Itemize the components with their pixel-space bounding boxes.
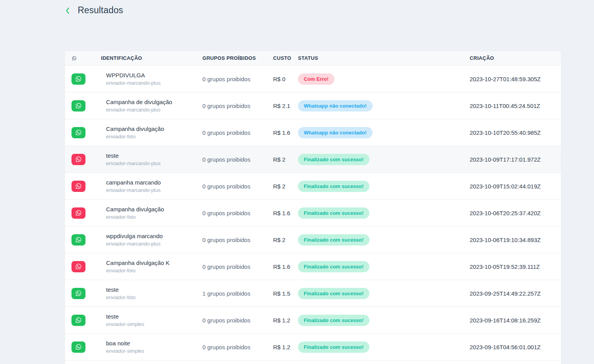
created-at-cell: 2023-09-16T04:56:01.001Z: [470, 344, 560, 350]
cost-cell: R$ 1.6: [273, 210, 298, 216]
whatsapp-cell: [65, 127, 101, 138]
forbidden-groups-cell: 0 grupos proibidos: [202, 156, 273, 163]
status-cell: Finalizado com sucesso!: [298, 315, 470, 326]
table-body: WPPDIVULGA enviador-marcando-plus 0 grup…: [65, 65, 561, 360]
whatsapp-cell: [65, 234, 101, 246]
forbidden-groups-cell: 0 grupos proibidos: [202, 103, 273, 109]
results-table: IDENTIFICAÇÃO GRUPOS PROÍBIDOS CUSTO STA…: [64, 51, 561, 364]
whatsapp-button[interactable]: [71, 181, 85, 192]
created-at-cell: 2023-10-09T17:17:01.972Z: [470, 156, 560, 163]
column-header-whatsapp: [65, 56, 101, 61]
campaign-name: teste: [106, 286, 202, 293]
whatsapp-button[interactable]: [71, 127, 85, 138]
whatsapp-button[interactable]: [71, 315, 85, 326]
status-badge: Whatsapp não conectado!: [298, 127, 373, 138]
whatsapp-icon: [72, 56, 77, 61]
column-header-grupos: GRUPOS PROÍBIDOS: [202, 55, 273, 61]
table-row[interactable]: campanha marcando enviador-marcando-plus…: [65, 172, 561, 199]
forbidden-groups-cell: 0 grupos proibidos: [202, 317, 273, 324]
table-header-row: IDENTIFICAÇÃO GRUPOS PROÍBIDOS CUSTO STA…: [65, 51, 561, 65]
identification-cell: wppdivulga marcando enviador-marcando-pl…: [101, 233, 202, 247]
table-row[interactable]: Campanha divulgação enviador-foto 0 grup…: [65, 119, 561, 146]
status-cell: Finalizado com sucesso!: [298, 154, 470, 165]
table-row[interactable]: WPPDIVULGA enviador-marcando-plus 0 grup…: [65, 65, 561, 92]
table-row[interactable]: Campanha divulgação K enviador-foto 0 gr…: [65, 253, 561, 280]
whatsapp-cell: [65, 207, 101, 219]
cost-cell: R$ 2: [273, 156, 298, 163]
whatsapp-cell: [65, 341, 101, 353]
identification-cell: teste enviador-marcando-plus: [101, 152, 202, 166]
cost-cell: R$ 1.5: [273, 290, 298, 297]
forbidden-groups-cell: 0 grupos proibidos: [202, 129, 273, 136]
campaign-name: teste: [106, 313, 202, 320]
sender-name: enviador-marcando-plus: [106, 80, 202, 86]
column-header-identificacao: IDENTIFICAÇÃO: [101, 55, 202, 61]
table-row[interactable]: teste enviador-simples 0 grupos proibido…: [65, 307, 561, 333]
campaign-name: Campanha de divulgação: [106, 99, 202, 105]
cost-cell: R$ 1.2: [273, 344, 298, 350]
created-at-cell: 2023-09-16T14:08:16.259Z: [470, 317, 560, 324]
created-at-cell: 2023-10-06T20:25:37.420Z: [470, 210, 560, 216]
whatsapp-button[interactable]: [71, 154, 85, 165]
status-cell: Whatsapp não conectado!: [298, 100, 470, 111]
cost-cell: R$ 1.2: [273, 317, 298, 324]
campaign-name: teste: [106, 152, 202, 159]
whatsapp-button[interactable]: [71, 100, 85, 111]
cost-cell: R$ 2: [273, 183, 298, 190]
back-button[interactable]: [63, 5, 72, 16]
forbidden-groups-cell: 1 grupos proibidos: [202, 290, 273, 297]
created-at-cell: 2023-10-06T19:10:34.893Z: [470, 237, 560, 243]
whatsapp-button[interactable]: [71, 261, 85, 272]
whatsapp-cell: [65, 181, 101, 192]
whatsapp-button[interactable]: [71, 234, 85, 246]
cost-cell: R$ 1.6: [273, 263, 298, 270]
whatsapp-button[interactable]: [71, 207, 85, 219]
column-header-criacao: CRIAÇÃO: [470, 55, 560, 61]
whatsapp-cell: [65, 100, 101, 111]
whatsapp-icon: [75, 156, 82, 162]
created-at-cell: 2023-10-27T01:48:59.305Z: [470, 76, 560, 82]
table-row-partial: [65, 360, 561, 364]
whatsapp-icon: [75, 344, 82, 350]
status-badge: Finalizado com sucesso!: [298, 261, 369, 272]
whatsapp-cell: [65, 73, 101, 85]
campaign-name: WPPDIVULGA: [106, 72, 202, 78]
cost-cell: R$ 1.6: [273, 129, 298, 136]
whatsapp-icon: [75, 129, 82, 136]
sender-name: enviador-foto: [106, 294, 202, 300]
campaign-name: campanha marcando: [106, 179, 202, 186]
whatsapp-button[interactable]: [71, 341, 85, 353]
campaign-name: wppdivulga marcando: [106, 233, 202, 239]
whatsapp-icon: [75, 237, 82, 243]
whatsapp-button[interactable]: [71, 73, 85, 85]
status-cell: Finalizado com sucesso!: [298, 288, 470, 299]
whatsapp-cell: [65, 288, 101, 299]
status-cell: Finalizado com sucesso!: [298, 341, 470, 353]
whatsapp-icon: [75, 290, 82, 296]
sender-name: enviador-foto: [106, 134, 202, 139]
table-row[interactable]: wppdivulga marcando enviador-marcando-pl…: [65, 226, 561, 253]
table-row[interactable]: teste enviador-marcando-plus 0 grupos pr…: [65, 146, 561, 172]
identification-cell: teste enviador-foto: [101, 286, 202, 300]
status-cell: Finalizado com sucesso!: [298, 234, 470, 246]
identification-cell: campanha marcando enviador-marcando-plus: [101, 179, 202, 193]
whatsapp-icon: [75, 317, 82, 323]
sender-name: enviador-marcando-plus: [106, 241, 202, 247]
whatsapp-button[interactable]: [71, 288, 85, 299]
chevron-left-icon: [63, 6, 72, 15]
table-row[interactable]: boa noite enviador-simples 0 grupos proi…: [65, 333, 561, 360]
whatsapp-cell: [65, 261, 101, 272]
whatsapp-icon: [75, 76, 82, 82]
table-row[interactable]: Campanha de divulgação enviador-marcando…: [65, 92, 561, 119]
forbidden-groups-cell: 0 grupos proibidos: [202, 76, 273, 82]
sender-name: enviador-marcando-plus: [106, 107, 202, 113]
table-row[interactable]: teste enviador-foto 1 grupos proibidos R…: [65, 280, 561, 307]
status-badge: Finalizado com sucesso!: [298, 288, 369, 299]
identification-cell: boa noite enviador-simples: [101, 340, 202, 354]
identification-cell: Campanha divulgação enviador-foto: [101, 206, 202, 220]
created-at-cell: 2023-10-09T15:02:44.019Z: [470, 183, 560, 190]
table-row[interactable]: Campanha divulgação enviador-foto 0 grup…: [65, 199, 561, 226]
campaign-name: boa noite: [106, 340, 202, 347]
forbidden-groups-cell: 0 grupos proibidos: [202, 263, 273, 270]
column-header-custo: CUSTO: [273, 55, 298, 61]
